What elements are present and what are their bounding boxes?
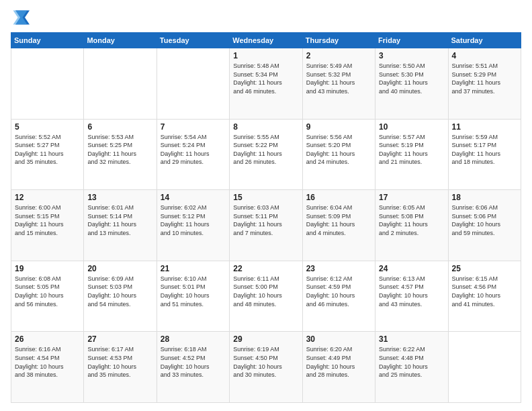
calendar-cell: 14Sunrise: 6:02 AM Sunset: 5:12 PM Dayli…	[157, 190, 229, 261]
day-info: Sunrise: 5:51 AM Sunset: 5:29 PM Dayligh…	[452, 62, 517, 95]
calendar-cell: 15Sunrise: 6:03 AM Sunset: 5:11 PM Dayli…	[230, 190, 302, 261]
day-of-week-header: Friday	[375, 33, 448, 48]
calendar-cell: 6Sunrise: 5:53 AM Sunset: 5:25 PM Daylig…	[84, 119, 157, 190]
day-number: 9	[306, 122, 371, 132]
calendar: SundayMondayTuesdayWednesdayThursdayFrid…	[11, 32, 521, 403]
day-number: 6	[87, 122, 152, 132]
day-info: Sunrise: 6:04 AM Sunset: 5:09 PM Dayligh…	[306, 203, 371, 237]
calendar-cell: 13Sunrise: 6:01 AM Sunset: 5:14 PM Dayli…	[84, 190, 157, 261]
day-number: 16	[306, 193, 371, 202]
calendar-cell: 25Sunrise: 6:15 AM Sunset: 4:56 PM Dayli…	[448, 261, 521, 332]
day-info: Sunrise: 5:53 AM Sunset: 5:25 PM Dayligh…	[87, 133, 152, 167]
calendar-cell	[157, 48, 229, 120]
day-of-week-header: Sunday	[11, 33, 84, 48]
day-number: 10	[379, 122, 444, 132]
day-info: Sunrise: 6:19 AM Sunset: 4:50 PM Dayligh…	[233, 345, 298, 379]
calendar-week-row: 19Sunrise: 6:08 AM Sunset: 5:05 PM Dayli…	[11, 261, 521, 332]
day-info: Sunrise: 5:49 AM Sunset: 5:32 PM Dayligh…	[306, 62, 371, 95]
calendar-cell: 4Sunrise: 5:51 AM Sunset: 5:29 PM Daylig…	[448, 48, 521, 120]
day-info: Sunrise: 5:56 AM Sunset: 5:20 PM Dayligh…	[306, 133, 371, 167]
calendar-cell: 28Sunrise: 6:18 AM Sunset: 4:52 PM Dayli…	[157, 332, 229, 403]
calendar-cell: 10Sunrise: 5:57 AM Sunset: 5:19 PM Dayli…	[375, 119, 448, 190]
calendar-cell: 23Sunrise: 6:12 AM Sunset: 4:59 PM Dayli…	[302, 261, 375, 332]
calendar-week-row: 1Sunrise: 5:48 AM Sunset: 5:34 PM Daylig…	[11, 48, 521, 120]
day-number: 30	[306, 334, 371, 344]
day-info: Sunrise: 6:18 AM Sunset: 4:52 PM Dayligh…	[161, 345, 226, 379]
calendar-cell: 2Sunrise: 5:49 AM Sunset: 5:32 PM Daylig…	[302, 48, 375, 120]
calendar-week-row: 5Sunrise: 5:52 AM Sunset: 5:27 PM Daylig…	[11, 119, 521, 190]
day-number: 25	[452, 264, 517, 273]
header	[11, 8, 521, 27]
calendar-cell: 21Sunrise: 6:10 AM Sunset: 5:01 PM Dayli…	[157, 261, 229, 332]
day-number: 22	[233, 264, 298, 273]
calendar-cell: 31Sunrise: 6:22 AM Sunset: 4:48 PM Dayli…	[375, 332, 448, 403]
calendar-header-row: SundayMondayTuesdayWednesdayThursdayFrid…	[11, 33, 521, 48]
calendar-week-row: 12Sunrise: 6:00 AM Sunset: 5:15 PM Dayli…	[11, 190, 521, 261]
calendar-cell: 20Sunrise: 6:09 AM Sunset: 5:03 PM Dayli…	[84, 261, 157, 332]
day-number: 4	[452, 51, 517, 60]
day-info: Sunrise: 5:52 AM Sunset: 5:27 PM Dayligh…	[15, 133, 80, 167]
calendar-cell: 11Sunrise: 5:59 AM Sunset: 5:17 PM Dayli…	[448, 119, 521, 190]
calendar-cell: 3Sunrise: 5:50 AM Sunset: 5:30 PM Daylig…	[375, 48, 448, 120]
page: SundayMondayTuesdayWednesdayThursdayFrid…	[0, 0, 532, 411]
day-number: 7	[161, 122, 226, 132]
day-of-week-header: Saturday	[448, 33, 521, 48]
day-number: 18	[452, 193, 517, 202]
day-of-week-header: Wednesday	[230, 33, 302, 48]
calendar-cell: 19Sunrise: 6:08 AM Sunset: 5:05 PM Dayli…	[11, 261, 84, 332]
logo-icon	[11, 8, 30, 27]
calendar-cell: 9Sunrise: 5:56 AM Sunset: 5:20 PM Daylig…	[302, 119, 375, 190]
day-info: Sunrise: 6:01 AM Sunset: 5:14 PM Dayligh…	[87, 203, 152, 237]
day-info: Sunrise: 6:13 AM Sunset: 4:57 PM Dayligh…	[379, 275, 444, 308]
day-number: 19	[15, 264, 80, 273]
day-number: 21	[161, 264, 226, 273]
day-number: 26	[15, 334, 80, 344]
day-info: Sunrise: 5:57 AM Sunset: 5:19 PM Dayligh…	[379, 133, 444, 167]
calendar-cell: 26Sunrise: 6:16 AM Sunset: 4:54 PM Dayli…	[11, 332, 84, 403]
day-number: 15	[233, 193, 298, 202]
day-info: Sunrise: 5:50 AM Sunset: 5:30 PM Dayligh…	[379, 62, 444, 95]
calendar-cell: 22Sunrise: 6:11 AM Sunset: 5:00 PM Dayli…	[230, 261, 302, 332]
calendar-week-row: 26Sunrise: 6:16 AM Sunset: 4:54 PM Dayli…	[11, 332, 521, 403]
calendar-cell: 12Sunrise: 6:00 AM Sunset: 5:15 PM Dayli…	[11, 190, 84, 261]
day-info: Sunrise: 6:17 AM Sunset: 4:53 PM Dayligh…	[87, 345, 152, 379]
calendar-cell: 18Sunrise: 6:06 AM Sunset: 5:06 PM Dayli…	[448, 190, 521, 261]
day-of-week-header: Thursday	[302, 33, 375, 48]
day-info: Sunrise: 5:55 AM Sunset: 5:22 PM Dayligh…	[233, 133, 298, 167]
calendar-cell: 17Sunrise: 6:05 AM Sunset: 5:08 PM Dayli…	[375, 190, 448, 261]
calendar-cell: 5Sunrise: 5:52 AM Sunset: 5:27 PM Daylig…	[11, 119, 84, 190]
day-info: Sunrise: 6:11 AM Sunset: 5:00 PM Dayligh…	[233, 275, 298, 308]
calendar-cell	[448, 332, 521, 403]
day-info: Sunrise: 6:08 AM Sunset: 5:05 PM Dayligh…	[15, 275, 80, 308]
day-info: Sunrise: 6:02 AM Sunset: 5:12 PM Dayligh…	[161, 203, 226, 237]
day-info: Sunrise: 6:16 AM Sunset: 4:54 PM Dayligh…	[15, 345, 80, 379]
day-info: Sunrise: 6:15 AM Sunset: 4:56 PM Dayligh…	[452, 275, 517, 308]
day-number: 17	[379, 193, 444, 202]
day-number: 27	[87, 334, 152, 344]
calendar-cell: 29Sunrise: 6:19 AM Sunset: 4:50 PM Dayli…	[230, 332, 302, 403]
calendar-cell	[84, 48, 157, 120]
day-number: 20	[87, 264, 152, 273]
calendar-cell	[11, 48, 84, 120]
day-number: 1	[233, 51, 298, 60]
day-number: 23	[306, 264, 371, 273]
day-info: Sunrise: 5:54 AM Sunset: 5:24 PM Dayligh…	[161, 133, 226, 167]
svg-marker-1	[13, 11, 28, 25]
calendar-cell: 7Sunrise: 5:54 AM Sunset: 5:24 PM Daylig…	[157, 119, 229, 190]
calendar-cell: 27Sunrise: 6:17 AM Sunset: 4:53 PM Dayli…	[84, 332, 157, 403]
day-info: Sunrise: 6:06 AM Sunset: 5:06 PM Dayligh…	[452, 203, 517, 237]
day-number: 24	[379, 264, 444, 273]
day-info: Sunrise: 6:22 AM Sunset: 4:48 PM Dayligh…	[379, 345, 444, 379]
day-info: Sunrise: 6:10 AM Sunset: 5:01 PM Dayligh…	[161, 275, 226, 308]
calendar-cell: 30Sunrise: 6:20 AM Sunset: 4:49 PM Dayli…	[302, 332, 375, 403]
day-number: 29	[233, 334, 298, 344]
day-info: Sunrise: 6:12 AM Sunset: 4:59 PM Dayligh…	[306, 275, 371, 308]
day-number: 2	[306, 51, 371, 60]
day-number: 5	[15, 122, 80, 132]
day-of-week-header: Tuesday	[157, 33, 229, 48]
calendar-cell: 16Sunrise: 6:04 AM Sunset: 5:09 PM Dayli…	[302, 190, 375, 261]
logo	[11, 8, 32, 27]
day-number: 14	[161, 193, 226, 202]
day-info: Sunrise: 5:48 AM Sunset: 5:34 PM Dayligh…	[233, 62, 298, 95]
calendar-cell: 8Sunrise: 5:55 AM Sunset: 5:22 PM Daylig…	[230, 119, 302, 190]
